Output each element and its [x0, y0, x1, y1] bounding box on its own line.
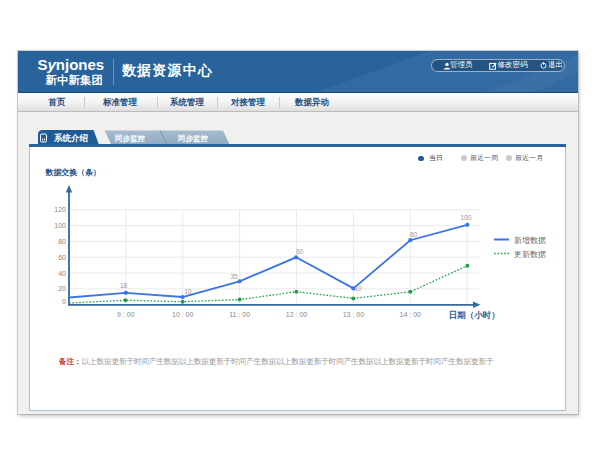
svg-text:11 : 00: 11 : 00 [229, 310, 250, 317]
svg-text:日期（小时）: 日期（小时） [449, 309, 500, 319]
svg-text:100: 100 [54, 222, 66, 229]
svg-text:80: 80 [410, 231, 418, 238]
svg-text:14 : 00: 14 : 00 [400, 310, 422, 317]
svg-text:系统介绍: 系统介绍 [53, 133, 89, 143]
svg-text:60: 60 [296, 248, 304, 255]
svg-text:40: 40 [58, 269, 66, 276]
svg-text:同步监控: 同步监控 [178, 134, 209, 143]
svg-text:35: 35 [231, 272, 239, 279]
svg-text:12 : 00: 12 : 00 [286, 310, 308, 317]
svg-text:20: 20 [58, 285, 66, 292]
svg-text:120: 120 [54, 206, 66, 213]
svg-text:10: 10 [185, 288, 193, 295]
svg-text:9 : 00: 9 : 00 [117, 310, 135, 317]
svg-text:60: 60 [58, 253, 66, 260]
svg-text:100: 100 [461, 214, 472, 221]
svg-text:80: 80 [58, 237, 66, 244]
svg-text:10 : 00: 10 : 00 [172, 310, 194, 317]
svg-text:更新数据: 更新数据 [514, 249, 546, 258]
svg-text:13 : 00: 13 : 00 [343, 310, 365, 317]
svg-text:0: 0 [62, 298, 66, 305]
svg-text:10: 10 [355, 284, 363, 291]
svg-text:新增数据: 新增数据 [514, 235, 546, 244]
svg-text:同步监控: 同步监控 [115, 134, 146, 143]
svg-text:18: 18 [120, 282, 128, 289]
